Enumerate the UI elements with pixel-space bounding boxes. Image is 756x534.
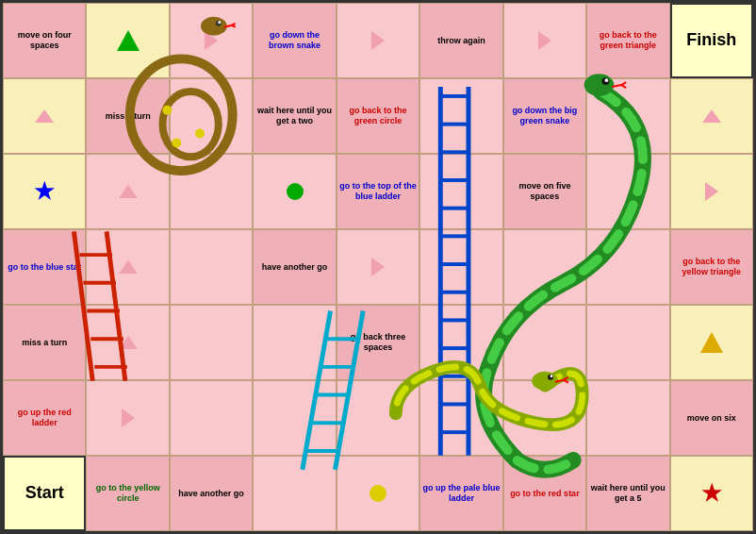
cell-5-3 <box>253 380 336 456</box>
arrow-right-icon <box>205 31 218 50</box>
cell-3-4 <box>337 229 419 305</box>
cell-4-6 <box>503 305 586 380</box>
cell-2-5 <box>419 154 502 229</box>
arrow-right-icon <box>122 409 135 427</box>
cell-1-5 <box>419 78 502 154</box>
arrow-up-icon <box>119 260 138 274</box>
cell-1-8 <box>670 78 753 154</box>
arrow-right-icon <box>371 31 385 50</box>
cell-1-0 <box>3 78 86 154</box>
cell-4-5 <box>419 305 502 380</box>
blue-star-icon: ★ <box>34 180 55 203</box>
cell-5-5 <box>419 380 502 456</box>
board-grid: move on four spaces go down the brown sn… <box>3 3 753 531</box>
cell-4-1 <box>86 305 169 380</box>
cell-3-8: go back to the yellow triangle <box>670 229 753 305</box>
cell-6-4 <box>337 456 419 531</box>
cell-4-8 <box>670 305 753 380</box>
cell-0-6 <box>503 3 586 78</box>
cell-0-1 <box>86 3 169 78</box>
cell-6-3 <box>253 456 336 531</box>
cell-finish: Finish <box>670 3 753 78</box>
cell-0-5: throw again <box>419 3 502 78</box>
cell-3-3: have another go <box>253 229 336 305</box>
game-board: move on four spaces go down the brown sn… <box>0 0 756 534</box>
cell-2-7 <box>586 154 669 229</box>
cell-5-2 <box>170 380 253 456</box>
cell-6-1: go to the yellow circle <box>86 456 169 531</box>
cell-0-3: go down the brown snake <box>253 3 336 78</box>
red-star-icon: ★ <box>701 482 722 505</box>
cell-4-0: miss a turn <box>3 305 86 380</box>
cell-6-5: go up the pale blue ladder <box>419 456 502 531</box>
cell-2-2 <box>170 154 253 229</box>
cell-3-2 <box>170 229 253 305</box>
yellow-triangle-icon <box>700 332 723 353</box>
cell-2-0: ★ <box>3 154 86 229</box>
cell-4-2 <box>170 305 253 380</box>
cell-1-6: go down the big green snake <box>503 78 586 154</box>
cell-3-6 <box>503 229 586 305</box>
arrow-up-icon <box>35 109 54 123</box>
cell-0-2 <box>170 3 253 78</box>
arrow-up-icon <box>119 185 138 198</box>
cell-6-8: ★ <box>670 456 753 531</box>
cell-1-4: go back to the green circle <box>337 78 419 154</box>
green-circle-icon <box>287 183 304 200</box>
cell-4-3 <box>253 305 336 380</box>
cell-0-7: go back to the green triangle <box>586 3 669 78</box>
cell-1-2 <box>170 78 253 154</box>
cell-2-1 <box>86 154 169 229</box>
cell-1-1: miss a turn <box>86 78 169 154</box>
cell-6-7: wait here until you get a 5 <box>586 456 669 531</box>
cell-3-5 <box>419 229 502 305</box>
cell-5-8: move on six <box>670 380 753 456</box>
cell-0-0: move on four spaces <box>3 3 86 78</box>
arrow-right-icon <box>371 258 385 276</box>
cell-2-4: go to the top of the blue ladder <box>337 154 419 229</box>
cell-1-7 <box>586 78 669 154</box>
arrow-up-icon <box>702 109 721 123</box>
cell-5-6 <box>503 380 586 456</box>
cell-3-7 <box>586 229 669 305</box>
cell-3-0: go to the blue star <box>3 229 86 305</box>
cell-5-0: go up the red ladder <box>3 380 86 456</box>
arrow-right-icon <box>538 31 551 50</box>
cell-5-7 <box>586 380 669 456</box>
cell-6-2: have another go <box>170 456 253 531</box>
cell-5-1 <box>86 380 169 456</box>
yellow-circle-icon <box>370 485 386 502</box>
cell-0-4 <box>337 3 419 78</box>
arrow-up-icon <box>119 336 138 349</box>
cell-4-7 <box>586 305 669 380</box>
green-triangle-icon <box>117 30 140 51</box>
cell-5-4 <box>337 380 419 456</box>
cell-6-6: go to the red star <box>503 456 586 531</box>
cell-2-8 <box>670 154 753 229</box>
cell-2-3 <box>253 154 336 229</box>
arrow-right-icon <box>705 182 718 201</box>
cell-start: Start <box>3 456 86 531</box>
cell-1-3: wait here until you get a two <box>253 78 336 154</box>
cell-3-1 <box>86 229 169 305</box>
cell-4-4: go back three spaces <box>337 305 419 380</box>
cell-2-6: move on five spaces <box>503 154 586 229</box>
